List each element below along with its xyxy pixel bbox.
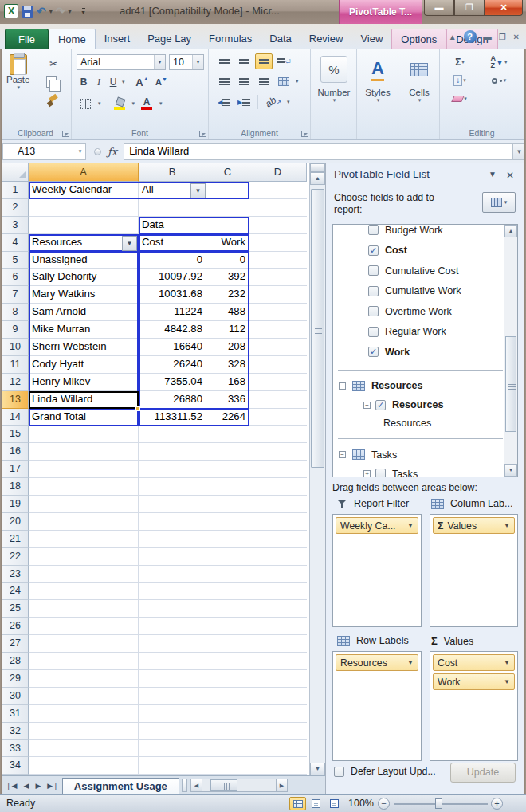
- select-all-corner[interactable]: [2, 163, 29, 182]
- collapse-ribbon-icon[interactable]: ▲: [449, 33, 457, 41]
- cell-D2[interactable]: [249, 199, 307, 217]
- row-header-33[interactable]: 33: [2, 740, 29, 758]
- row-header-31[interactable]: 31: [2, 705, 29, 723]
- row-header-15[interactable]: 15: [2, 426, 29, 443]
- cell-B33[interactable]: [139, 740, 206, 758]
- cell-A29[interactable]: [29, 670, 139, 688]
- cell-B15[interactable]: [139, 426, 206, 443]
- cell-C20[interactable]: [206, 513, 249, 531]
- pivot-field-button-weekly-ca-[interactable]: Weekly Ca...▼: [336, 517, 418, 534]
- field-list-scrollbar[interactable]: ▲ ▼: [504, 225, 517, 477]
- cell-C18[interactable]: [206, 478, 249, 496]
- field-item-budget-work[interactable]: Budget Work: [333, 224, 504, 241]
- cell-B29[interactable]: [139, 670, 206, 688]
- cell-B21[interactable]: [139, 531, 206, 548]
- expand-icon[interactable]: −: [339, 451, 346, 458]
- cell-D25[interactable]: [249, 600, 307, 618]
- cell-C12[interactable]: 168: [206, 374, 249, 391]
- number-format-button[interactable]: % Number▾: [316, 56, 351, 104]
- cell-A25[interactable]: [29, 600, 139, 618]
- cell-D13[interactable]: [249, 391, 307, 409]
- autosum-button[interactable]: Σ▾: [446, 54, 473, 70]
- field-item-tasks[interactable]: +Tasks: [333, 464, 504, 477]
- cell-D15[interactable]: [249, 426, 307, 443]
- pivot-field-button-resources[interactable]: Resources▼: [336, 654, 418, 671]
- row-header-5[interactable]: 5: [2, 252, 29, 269]
- row-header-22[interactable]: 22: [2, 548, 29, 566]
- field-checkbox[interactable]: [375, 469, 386, 477]
- cell-D7[interactable]: [249, 286, 307, 304]
- tab-options[interactable]: Options: [391, 29, 446, 49]
- cell-C17[interactable]: [206, 461, 249, 478]
- field-checkbox[interactable]: [368, 327, 379, 337]
- cell-D26[interactable]: [249, 618, 307, 635]
- pivot-field-button-values[interactable]: ΣValues▼: [433, 517, 515, 534]
- cell-C19[interactable]: [206, 496, 249, 513]
- field-checkbox[interactable]: [368, 265, 379, 276]
- cell-C10[interactable]: 208: [206, 339, 249, 356]
- cell-B9[interactable]: 4842.88: [139, 321, 206, 339]
- format-painter-button[interactable]: [45, 92, 62, 108]
- cell-D28[interactable]: [249, 653, 307, 670]
- horizontal-scrollbar[interactable]: ◀ ▶: [190, 779, 288, 792]
- row-header-25[interactable]: 25: [2, 600, 29, 618]
- row-header-2[interactable]: 2: [2, 199, 29, 217]
- cell-D19[interactable]: [249, 496, 307, 513]
- doc-minimize-icon[interactable]: ▬: [484, 33, 492, 41]
- row-header-17[interactable]: 17: [2, 461, 29, 478]
- save-icon[interactable]: [22, 6, 33, 18]
- cell-D5[interactable]: [249, 252, 307, 269]
- cell-A34[interactable]: [29, 757, 139, 775]
- column-header-A[interactable]: A: [29, 163, 139, 182]
- cell-D24[interactable]: [249, 583, 307, 600]
- field-item-resources[interactable]: −Resources: [333, 377, 504, 395]
- cell-B24[interactable]: [139, 583, 206, 600]
- italic-button[interactable]: I: [92, 74, 105, 90]
- excel-app-icon[interactable]: X: [4, 4, 18, 18]
- field-item-cost[interactable]: ✓Cost: [333, 241, 504, 261]
- tab-file[interactable]: File: [5, 29, 49, 49]
- cell-D8[interactable]: [249, 304, 307, 321]
- minimize-button[interactable]: ▬: [424, 0, 454, 16]
- zoom-slider-thumb[interactable]: [435, 798, 442, 809]
- paste-button[interactable]: Paste▾: [6, 54, 29, 91]
- tab-formulas[interactable]: Formulas: [200, 29, 261, 49]
- align-middle-button[interactable]: [235, 53, 253, 69]
- cell-B12[interactable]: 7355.04: [139, 374, 206, 391]
- sheet-tab-assignment-usage[interactable]: Assignment Usage: [62, 778, 179, 794]
- underline-dropdown-icon[interactable]: ▾: [122, 79, 125, 85]
- row-header-9[interactable]: 9: [2, 321, 29, 339]
- cell-D22[interactable]: [249, 548, 307, 566]
- column-labels-area[interactable]: ΣValues▼: [430, 514, 518, 627]
- row-header-16[interactable]: 16: [2, 443, 29, 461]
- field-checkbox[interactable]: ✓: [375, 400, 386, 410]
- cell-B26[interactable]: [139, 618, 206, 635]
- field-item-work[interactable]: ✓Work: [333, 342, 504, 363]
- cell-C31[interactable]: [206, 705, 249, 723]
- cell-B10[interactable]: 16640: [139, 339, 206, 356]
- cell-A28[interactable]: [29, 653, 139, 670]
- redo-dropdown-icon[interactable]: ▾: [68, 8, 71, 15]
- pivot-field-button-cost[interactable]: Cost▼: [433, 654, 515, 671]
- cell-B27[interactable]: [139, 635, 206, 653]
- cell-D11[interactable]: [249, 356, 307, 374]
- align-center-button[interactable]: [235, 73, 253, 89]
- borders-button[interactable]: [77, 96, 94, 112]
- field-item-resources[interactable]: −✓Resources: [333, 395, 504, 416]
- cell-B11[interactable]: 26240: [139, 356, 206, 374]
- copy-button[interactable]: ▾: [45, 74, 62, 90]
- cell-C26[interactable]: [206, 618, 249, 635]
- bold-button[interactable]: B: [77, 74, 91, 90]
- cell-C8[interactable]: 488: [206, 304, 249, 321]
- cell-A1[interactable]: Weekly Calendar: [29, 182, 139, 199]
- cell-A26[interactable]: [29, 618, 139, 635]
- page-layout-view-button[interactable]: [308, 797, 324, 810]
- field-list-scroll-up-icon[interactable]: ▲: [504, 225, 517, 237]
- cell-A20[interactable]: [29, 513, 139, 531]
- row-header-21[interactable]: 21: [2, 531, 29, 548]
- cell-D9[interactable]: [249, 321, 307, 339]
- sort-filter-button[interactable]: AZ▼▾: [483, 54, 515, 70]
- cell-D34[interactable]: [249, 757, 307, 775]
- undo-icon[interactable]: ↶: [37, 5, 46, 18]
- cell-A15[interactable]: [29, 426, 139, 443]
